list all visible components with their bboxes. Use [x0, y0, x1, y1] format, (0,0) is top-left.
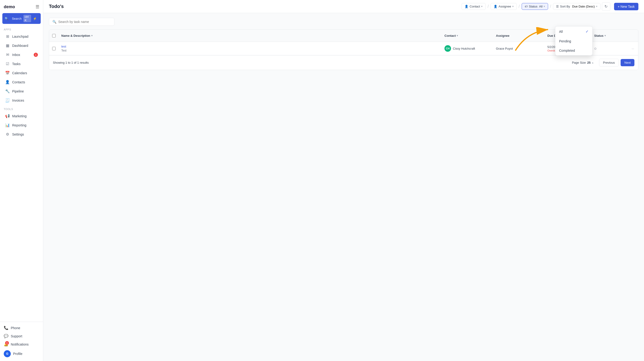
row-checkbox[interactable]: [52, 47, 56, 50]
contact-filter-label: Contact: [470, 5, 480, 8]
sidebar-item-calendars[interactable]: 📅 Calendars: [2, 69, 42, 77]
search-input[interactable]: [58, 20, 111, 24]
task-name-link[interactable]: test: [61, 45, 439, 48]
chevron-down-icon: ▾: [596, 5, 598, 8]
pipeline-icon: 🔧: [5, 89, 10, 93]
sidebar-item-notifications[interactable]: 🔔 6 Notifications: [0, 340, 43, 348]
th-status-label: Status: [594, 34, 604, 38]
invoices-icon: 🧾: [5, 98, 10, 103]
sidebar-item-label: Reporting: [12, 123, 26, 127]
chevron-down-icon: ▾: [481, 5, 482, 8]
status-filter-button[interactable]: 🏷 Status All ▾: [522, 3, 548, 10]
sidebar-item-label: Settings: [12, 133, 24, 136]
sidebar-item-invoices[interactable]: 🧾 Invoices: [2, 96, 42, 105]
refresh-button[interactable]: ↻: [602, 2, 610, 11]
sidebar-item-support[interactable]: 💬 Support: [0, 332, 43, 340]
sidebar-bottom: 📞 Phone 💬 Support 🔔 6 Notifications G Pr…: [0, 322, 43, 361]
hamburger-icon[interactable]: ☰: [36, 4, 39, 9]
sort-icon: ☰: [556, 5, 559, 8]
dashboard-icon: ▦: [5, 43, 10, 48]
showing-text: Showing 1 to 1 of 1 results: [53, 61, 572, 64]
app-name: demo: [4, 5, 15, 9]
page-size-control: Page Size 25 ▴: [572, 61, 594, 64]
dropdown-all-label: All: [559, 30, 563, 34]
pagination: Showing 1 to 1 of 1 results Page Size 25…: [49, 55, 638, 70]
chevron-up-icon[interactable]: ▴: [592, 61, 594, 64]
sidebar-item-contacts[interactable]: 👤 Contacts: [2, 78, 42, 86]
support-icon: 💬: [4, 334, 8, 338]
sidebar-item-profile[interactable]: G Profile: [0, 348, 43, 359]
sidebar-item-label: Marketing: [12, 114, 26, 118]
settings-icon: ⚙: [5, 132, 10, 137]
sidebar-search-button[interactable]: 🔍 Search ctrl K ⚡: [2, 13, 41, 24]
apps-section-label: Apps: [0, 25, 43, 32]
dropdown-item-pending[interactable]: Pending: [555, 37, 592, 46]
chevron-down-icon: ▾: [512, 5, 514, 8]
new-task-button[interactable]: + New Task: [614, 3, 638, 10]
contact-filter-button[interactable]: 👤 Contact ▾: [462, 3, 486, 10]
sidebar: demo ☰ 🔍 Search ctrl K ⚡ Apps ⊞ Launchpa…: [0, 0, 43, 361]
contact-avatar: CH: [444, 45, 451, 52]
sidebar-item-tasks[interactable]: ☑ Tasks: [2, 60, 42, 68]
topbar: Todo's 👤 Contact ▾ / 👤 Assignee ▾ / 🏷 St…: [43, 0, 644, 13]
th-contact: Contact ▾: [442, 32, 493, 39]
table-header: Name & Description ▾ Contact ▾ Assignee …: [49, 30, 638, 42]
sidebar-item-settings[interactable]: ⚙ Settings: [2, 130, 42, 139]
content-area: 🔍 Name & Description ▾ Contact ▾ Assigne…: [43, 13, 644, 361]
row-checkbox-cell: [49, 44, 58, 53]
th-assignee: Assignee: [493, 32, 544, 39]
sidebar-item-launchpad[interactable]: ⊞ Launchpad: [2, 32, 42, 41]
status-filter-value: All: [539, 5, 542, 8]
th-contact-label: Contact: [444, 34, 456, 38]
tasks-table: Name & Description ▾ Contact ▾ Assignee …: [49, 30, 638, 70]
sidebar-item-inbox[interactable]: ✉ Inbox 1: [2, 50, 42, 59]
row-name-cell: test Test: [58, 42, 442, 55]
sidebar-item-label: Support: [11, 334, 22, 338]
status-dropdown: All ✓ Pending Completed: [555, 26, 592, 56]
separator-2: /: [518, 4, 520, 9]
sidebar-item-label: Dashboard: [12, 44, 28, 48]
status-circle-icon[interactable]: ○: [594, 46, 597, 51]
assignee-filter-button[interactable]: 👤 Assignee ▾: [490, 3, 516, 10]
chevron-down-icon: ▾: [456, 34, 458, 37]
th-name: Name & Description ▾: [58, 32, 442, 39]
page-size-value: 25: [587, 61, 590, 64]
row-contact-cell: CH Cissy Hutchcraft: [442, 42, 493, 55]
tasks-icon: ☑: [5, 62, 10, 66]
contact-name: Cissy Hutchcraft: [453, 47, 475, 50]
sidebar-item-pipeline[interactable]: 🔧 Pipeline: [2, 87, 42, 96]
previous-button[interactable]: Previous: [599, 59, 619, 67]
more-actions-icon[interactable]: ···: [632, 47, 634, 50]
dropdown-item-all[interactable]: All ✓: [555, 27, 592, 37]
search-shortcut: ctrl K: [24, 15, 31, 22]
sort-button[interactable]: ☰ Sort By Due Date (Desc) ▾: [553, 3, 600, 10]
sidebar-item-dashboard[interactable]: ▦ Dashboard: [2, 41, 42, 50]
sidebar-item-reporting[interactable]: 📊 Reporting: [2, 121, 42, 129]
search-bar[interactable]: 🔍: [49, 18, 114, 26]
chevron-down-icon: ▾: [604, 34, 606, 37]
assignee-filter-label: Assignee: [498, 5, 511, 8]
contact-info: CH Cissy Hutchcraft: [444, 45, 490, 52]
check-icon: ✓: [586, 29, 588, 34]
chevron-down-icon: ▾: [544, 5, 545, 8]
task-description: Test: [61, 49, 66, 52]
table-row: test Test CH Cissy Hutchcraft Grace Puyo…: [49, 42, 638, 55]
select-all-checkbox[interactable]: [52, 34, 56, 38]
sort-value: Due Date (Desc): [572, 5, 595, 8]
sidebar-logo: demo ☰: [0, 0, 43, 12]
th-assignee-label: Assignee: [496, 34, 510, 38]
filter-group: 👤 Contact ▾ / 👤 Assignee ▾ / 🏷 Status Al…: [462, 2, 610, 11]
assignee-name: Grace Puyot: [496, 47, 513, 50]
notifications-badge: 6: [5, 341, 9, 345]
sidebar-item-label: Phone: [11, 326, 20, 330]
inbox-icon: ✉: [5, 53, 10, 57]
separator-3: /: [550, 4, 552, 9]
next-button[interactable]: Next: [620, 59, 634, 66]
dropdown-completed-label: Completed: [559, 49, 575, 53]
sidebar-item-label: Calendars: [12, 71, 27, 75]
row-status-cell: ○: [591, 43, 629, 54]
dropdown-item-completed[interactable]: Completed: [555, 46, 592, 55]
sidebar-item-phone[interactable]: 📞 Phone: [0, 324, 43, 332]
sidebar-item-marketing[interactable]: 📢 Marketing: [2, 112, 42, 120]
sidebar-item-label: Pipeline: [12, 89, 24, 93]
